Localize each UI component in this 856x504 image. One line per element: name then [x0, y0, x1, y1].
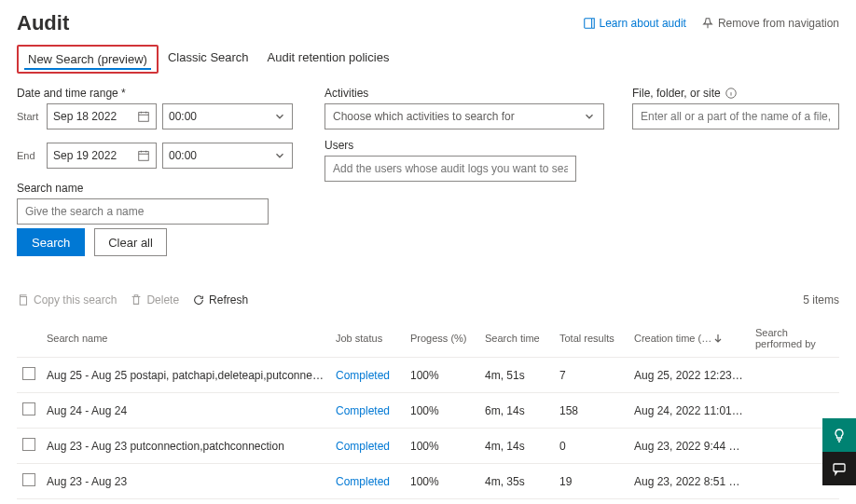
file-label-text: File, folder, or site: [632, 87, 721, 100]
info-icon[interactable]: [725, 87, 738, 100]
chat-icon: [832, 461, 847, 476]
col-name[interactable]: Search name: [41, 320, 330, 358]
row-progress: 100%: [405, 499, 479, 505]
search-button[interactable]: Search: [17, 228, 85, 256]
row-progress: 100%: [405, 429, 479, 464]
row-created: Aug 23, 2022 8:51 …: [628, 464, 750, 499]
chevron-down-icon: [273, 110, 286, 123]
col-created[interactable]: Creation time (…: [628, 320, 750, 358]
tab-new-search[interactable]: New Search (preview): [17, 45, 159, 74]
copy-search-button[interactable]: Copy this search: [17, 293, 117, 306]
end-time-input[interactable]: 00:00: [162, 143, 293, 169]
row-time: 4m, 14s: [479, 429, 554, 464]
row-total: 0: [554, 499, 628, 505]
activities-placeholder: Choose which activities to search for: [333, 110, 515, 123]
row-progress: 100%: [405, 464, 479, 499]
row-status[interactable]: Completed: [330, 464, 405, 499]
chevron-down-icon: [583, 110, 596, 123]
row-created: Aug 23, 2022 9:44 …: [628, 429, 750, 464]
delete-button[interactable]: Delete: [130, 293, 179, 306]
clear-all-button[interactable]: Clear all: [94, 228, 167, 256]
sort-down-icon: [713, 334, 723, 343]
learn-link-label: Learn about audit: [600, 17, 686, 30]
refresh-button[interactable]: Refresh: [192, 293, 248, 306]
refresh-label: Refresh: [209, 293, 248, 306]
file-label: File, folder, or site: [632, 87, 839, 100]
page-title: Audit: [17, 11, 69, 35]
start-label: Start: [17, 111, 41, 122]
row-status[interactable]: Completed: [330, 358, 405, 393]
remove-from-nav-link[interactable]: Remove from navigation: [701, 17, 839, 30]
row-time: 5m, 42s: [479, 499, 554, 505]
start-date-input[interactable]: Sep 18 2022: [47, 103, 157, 129]
row-name: Aug 23 - Aug 23 putconnection,patchconne…: [41, 429, 330, 464]
search-name-label: Search name: [17, 182, 297, 195]
row-name: Aug 25 - Aug 25 postapi, patchapi,delete…: [41, 358, 330, 393]
start-time-value: 00:00: [169, 110, 197, 123]
start-time-input[interactable]: 00:00: [162, 103, 293, 129]
svg-rect-5: [834, 464, 845, 471]
search-name-input[interactable]: [17, 198, 269, 225]
row-name: Aug 22 - Aug 23: [41, 499, 330, 505]
file-input[interactable]: [632, 103, 839, 129]
svg-rect-2: [139, 152, 149, 161]
refresh-icon: [192, 293, 205, 306]
activities-select[interactable]: Choose which activities to search for: [324, 103, 604, 129]
row-created: Aug 24, 2022 11:01…: [628, 393, 750, 429]
chevron-down-icon: [273, 149, 286, 162]
row-time: 6m, 14s: [479, 393, 554, 429]
row-time: 4m, 35s: [479, 464, 554, 499]
table-row[interactable]: Aug 25 - Aug 25 postapi, patchapi,delete…: [17, 358, 839, 393]
table-row[interactable]: Aug 23 - Aug 23Completed100%4m, 35s19Aug…: [17, 464, 839, 499]
row-created: Aug 25, 2022 12:23…: [628, 358, 750, 393]
row-progress: 100%: [405, 358, 479, 393]
col-progress[interactable]: Progess (%): [405, 320, 479, 358]
tab-classic-search[interactable]: Classic Search: [159, 45, 258, 74]
col-total[interactable]: Total results: [554, 320, 628, 358]
row-total: 7: [554, 358, 628, 393]
activities-label: Activities: [324, 87, 604, 100]
svg-rect-4: [21, 297, 27, 306]
feedback-button[interactable]: [822, 418, 856, 452]
trash-icon: [130, 293, 143, 306]
learn-about-audit-link[interactable]: Learn about audit: [583, 17, 686, 30]
col-status[interactable]: Job status: [330, 320, 405, 358]
table-row[interactable]: Aug 23 - Aug 23 putconnection,patchconne…: [17, 429, 839, 464]
copy-label: Copy this search: [34, 293, 117, 306]
col-time[interactable]: Search time: [479, 320, 554, 358]
row-total: 0: [554, 429, 628, 464]
delete-label: Delete: [146, 293, 179, 306]
end-time-value: 00:00: [169, 149, 197, 162]
row-checkbox[interactable]: [22, 402, 35, 415]
svg-rect-0: [584, 19, 591, 29]
row-time: 4m, 51s: [479, 358, 554, 393]
calendar-icon: [137, 149, 150, 162]
svg-rect-1: [139, 113, 149, 122]
table-row[interactable]: Aug 24 - Aug 24Completed100%6m, 14s158Au…: [17, 393, 839, 429]
calendar-icon: [137, 110, 150, 123]
results-table: Search name Job status Progess (%) Searc…: [17, 320, 839, 504]
end-date-input[interactable]: Sep 19 2022: [47, 143, 157, 169]
lightbulb-icon: [832, 428, 847, 443]
tab-retention-policies[interactable]: Audit retention policies: [258, 45, 399, 74]
chat-button[interactable]: [822, 452, 856, 485]
row-name: Aug 23 - Aug 23: [41, 464, 330, 499]
copy-icon: [17, 293, 30, 306]
row-performed: [750, 358, 839, 393]
row-checkbox[interactable]: [22, 367, 35, 380]
row-checkbox[interactable]: [22, 438, 35, 451]
users-input[interactable]: [324, 156, 576, 182]
floating-actions: [822, 418, 856, 485]
tabs: New Search (preview) Classic Search Audi…: [17, 45, 839, 74]
row-status[interactable]: Completed: [330, 429, 405, 464]
table-row[interactable]: Aug 22 - Aug 23Completed100%5m, 42s0Aug …: [17, 499, 839, 505]
header-actions: Learn about audit Remove from navigation: [583, 17, 839, 30]
row-checkbox[interactable]: [22, 473, 35, 486]
row-performed: [750, 499, 839, 505]
book-icon: [583, 17, 596, 30]
col-performed[interactable]: Search performed by: [750, 320, 839, 358]
row-total: 158: [554, 393, 628, 429]
row-status[interactable]: Completed: [330, 393, 405, 429]
row-status[interactable]: Completed: [330, 499, 405, 505]
date-range-label: Date and time range: [17, 87, 297, 100]
